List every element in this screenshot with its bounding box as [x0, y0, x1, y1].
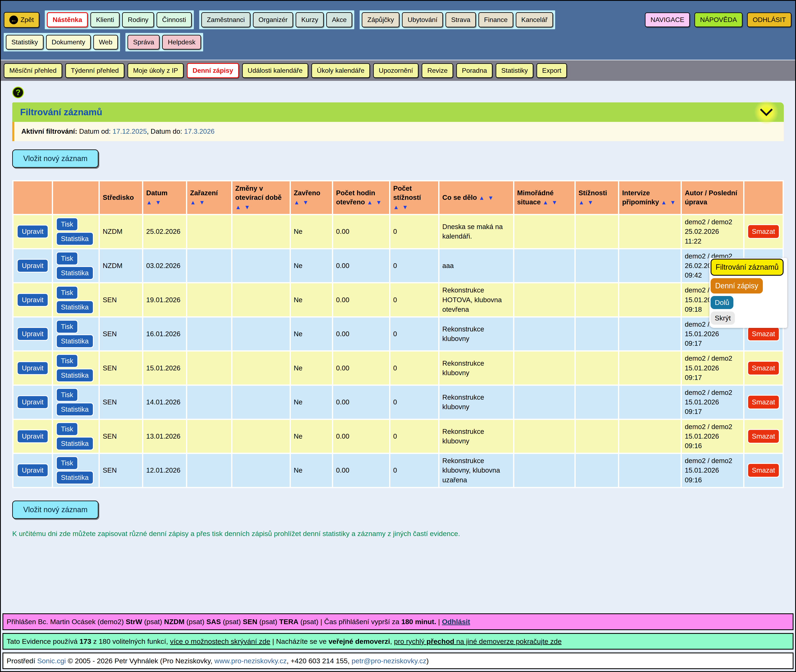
tab-tydenni-prehled[interactable]: Týdenní přehled: [65, 63, 124, 78]
cell-stiznosti: [576, 283, 618, 316]
edit-button[interactable]: Upravit: [17, 464, 48, 477]
nav-item-akce[interactable]: Akce: [326, 12, 352, 27]
sort-arrows[interactable]: ▲ ▼: [190, 199, 206, 206]
print-button[interactable]: Tisk: [56, 286, 78, 299]
nav-item-odhlasit[interactable]: ODHLÁSIT: [747, 13, 791, 27]
nav-item-kancelar[interactable]: Kancelář: [516, 12, 553, 27]
statistics-button[interactable]: Statistika: [56, 471, 94, 485]
cell-intervize: [619, 420, 681, 453]
text-segment: 173: [80, 637, 91, 645]
statistics-button[interactable]: Statistika: [56, 232, 94, 246]
nav-item-statistiky[interactable]: Statistiky: [6, 35, 43, 50]
sort-arrows[interactable]: ▲ ▼: [393, 204, 409, 210]
cell-zarazeni: [187, 283, 231, 316]
print-button[interactable]: Tisk: [56, 320, 78, 333]
help-icon[interactable]: ?: [12, 86, 24, 98]
edit-button[interactable]: Upravit: [17, 259, 48, 273]
tab-udalosti-kalendare[interactable]: Události kalendáře: [242, 63, 308, 78]
delete-button[interactable]: Smazat: [747, 429, 780, 443]
nav-item-finance[interactable]: Finance: [479, 12, 513, 27]
print-button[interactable]: Tisk: [56, 422, 78, 436]
nav-item-kurzy[interactable]: Kurzy: [296, 12, 324, 27]
link[interactable]: Sonic.cgi: [37, 657, 66, 665]
statistics-button[interactable]: Statistika: [56, 403, 94, 416]
insert-record-button-top[interactable]: Vložit nový záznam: [12, 149, 98, 168]
sort-arrows[interactable]: ▲ ▼: [543, 199, 558, 206]
nav-item-napoveda[interactable]: NÁPOVĚDA: [694, 13, 743, 27]
cell-pocet_stiznosti: 0: [390, 386, 438, 419]
link[interactable]: více o možnostech skrývání zde: [170, 637, 270, 645]
popup-item-denni-zapisy[interactable]: Denní zápisy: [711, 278, 763, 293]
link[interactable]: pro rychlý: [394, 637, 427, 645]
tab-export[interactable]: Export: [537, 63, 567, 78]
delete-button[interactable]: Smazat: [747, 327, 780, 341]
nav-item-zapujcky[interactable]: Zápůjčky: [362, 12, 399, 27]
sort-arrows[interactable]: ▲ ▼: [661, 199, 676, 206]
statistics-button[interactable]: Statistika: [56, 300, 94, 314]
nav-item-cinnosti[interactable]: Činnosti: [157, 12, 192, 27]
nav-item-klienti[interactable]: Klienti: [90, 12, 120, 27]
statistics-button[interactable]: Statistika: [56, 437, 94, 450]
link[interactable]: 17.12.2025: [112, 128, 147, 135]
nav-item-sprava[interactable]: Správa: [128, 35, 160, 50]
link[interactable]: přechod: [426, 637, 454, 645]
nav-item-helpdesk[interactable]: Helpdesk: [162, 35, 201, 50]
sort-arrows[interactable]: ▲ ▼: [146, 199, 162, 206]
tab-poradna[interactable]: Poradna: [456, 63, 493, 78]
edit-button[interactable]: Upravit: [17, 361, 48, 375]
link[interactable]: petr@pro-neziskovky.cz: [352, 657, 426, 665]
nav-item-web[interactable]: Web: [93, 35, 118, 50]
tab-mesicni-prehled[interactable]: Měsíční přehled: [4, 63, 62, 78]
sort-arrows[interactable]: ▲ ▼: [235, 204, 251, 210]
link[interactable]: na jiné demoverze pokračujte zde: [454, 637, 562, 645]
statistics-button[interactable]: Statistika: [56, 368, 94, 382]
print-button[interactable]: Tisk: [56, 456, 78, 470]
tab-revize[interactable]: Revize: [422, 63, 453, 78]
link[interactable]: 17.3.2026: [184, 128, 215, 135]
tab-moje-ukoly-z-ip[interactable]: Moje úkoly z IP: [128, 63, 184, 78]
nav-item-dokumenty[interactable]: Dokumenty: [46, 35, 91, 50]
tab-upozorneni[interactable]: Upozornění: [373, 63, 418, 78]
nav-item-zamestnanci[interactable]: Zaměstnanci: [201, 12, 250, 27]
section-tab-bar: Měsíční přehledTýdenní přehledMoje úkoly…: [1, 60, 795, 81]
sort-arrows[interactable]: ▲ ▼: [294, 199, 309, 206]
cell-zarazeni: [187, 318, 231, 350]
statistics-button[interactable]: Statistika: [56, 334, 94, 348]
edit-button[interactable]: Upravit: [17, 327, 48, 341]
nav-item-nastenka[interactable]: Nástěnka: [47, 12, 88, 27]
edit-button[interactable]: Upravit: [17, 225, 48, 238]
filter-collapse-button[interactable]: [754, 100, 778, 124]
insert-record-button-bottom[interactable]: Vložit nový záznam: [12, 501, 98, 519]
back-button[interactable]: ← Zpět: [4, 12, 39, 28]
tab-denni-zapisy[interactable]: Denní zápisy: [187, 63, 239, 78]
print-button[interactable]: Tisk: [56, 252, 78, 265]
print-button[interactable]: Tisk: [56, 354, 78, 368]
edit-button[interactable]: Upravit: [17, 429, 48, 443]
nav-item-ubytovani[interactable]: Ubytování: [402, 12, 443, 27]
link[interactable]: www.pro-neziskovky.cz: [215, 657, 287, 665]
statistics-button[interactable]: Statistika: [56, 266, 94, 280]
nav-item-navigace[interactable]: NAVIGACE: [645, 13, 690, 27]
popup-item-skryt[interactable]: Skrýt: [711, 312, 735, 325]
popup-item-dolu[interactable]: Dolů: [711, 296, 734, 309]
delete-button[interactable]: Smazat: [747, 463, 780, 478]
nav-item-strava[interactable]: Strava: [445, 12, 476, 27]
print-button[interactable]: Tisk: [56, 388, 78, 402]
edit-button[interactable]: Upravit: [17, 395, 48, 409]
edit-button[interactable]: Upravit: [17, 293, 48, 307]
sort-arrows[interactable]: ▲ ▼: [367, 199, 383, 206]
cell-pocet_stiznosti: 0: [390, 454, 438, 487]
sort-arrows[interactable]: ▲ ▼: [578, 199, 594, 206]
nav-item-organizer[interactable]: Organizér: [253, 12, 293, 27]
delete-button[interactable]: Smazat: [747, 361, 780, 375]
nav-group: SprávaHelpdesk: [125, 33, 203, 51]
print-button[interactable]: Tisk: [56, 218, 78, 231]
sort-arrows[interactable]: ▲ ▼: [479, 195, 494, 201]
popup-item-filtrovani-zaznamu[interactable]: Filtrování záznamů: [711, 259, 783, 276]
delete-button[interactable]: Smazat: [747, 395, 780, 410]
tab-statistiky[interactable]: Statistiky: [496, 63, 533, 78]
nav-item-rodiny[interactable]: Rodiny: [122, 12, 154, 27]
tab-ukoly-kalendare[interactable]: Úkoly kalendáře: [311, 63, 370, 78]
link[interactable]: Odhlásit: [442, 618, 470, 626]
delete-button[interactable]: Smazat: [747, 224, 780, 239]
